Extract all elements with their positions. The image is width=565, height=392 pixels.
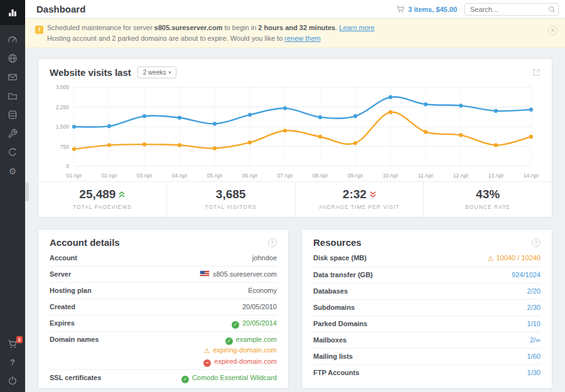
value-link[interactable]: Comodo Essential Wildcard <box>192 374 277 381</box>
database-icon <box>8 110 18 120</box>
sidebar-item-help[interactable]: ? <box>8 358 18 368</box>
bar-chart-icon <box>8 8 18 18</box>
table-row: Expires✓20/05/2014 <box>50 315 277 332</box>
range-selector[interactable]: 2 weeks ▾ <box>137 66 177 78</box>
resource-value[interactable]: 2/30 <box>527 304 541 311</box>
visits-card-header: Website visits last 2 weeks ▾ <box>38 59 552 81</box>
sidebar-item-settings[interactable]: ⚙ <box>8 166 18 176</box>
stat-value: 43% <box>424 188 552 201</box>
table-row: Data transfer (GB)924/1024 <box>313 267 541 283</box>
value-text: s805.sureserver.com <box>213 270 277 278</box>
warning-icon: ! <box>35 26 43 34</box>
sidebar-item-tools[interactable] <box>8 129 18 139</box>
sidebar-item-websites[interactable] <box>8 53 18 63</box>
app-logo[interactable] <box>0 0 25 25</box>
resource-value[interactable]: 924/1024 <box>512 271 541 278</box>
svg-text:1,500: 1,500 <box>56 124 70 130</box>
value-link[interactable]: example.com <box>236 336 277 343</box>
sidebar-item-dashboard[interactable] <box>8 34 18 45</box>
stat-label: TOTAL VISITORS <box>167 204 295 210</box>
stat-label: AVERAGE TIME PER VISIT <box>296 204 424 210</box>
row-label: Hosting plan <box>50 285 92 296</box>
row-label: FTP Accounts <box>313 368 359 378</box>
stat-label: BOUNCE RATE <box>424 204 552 210</box>
value-line: 2/∞ <box>530 335 541 346</box>
table-row: Disk space (MB)⚠10040 / 10240 <box>313 250 541 267</box>
value-line: ⚠expiring-domain.com <box>203 345 277 356</box>
search-icon[interactable] <box>548 6 556 13</box>
svg-text:13 Apr: 13 Apr <box>488 172 504 179</box>
content-area: Website visits last 2 weeks ▾ 07501,5002… <box>25 48 565 392</box>
resource-value[interactable]: 10040 / 10240 <box>497 254 541 262</box>
sidebar-item-mail[interactable] <box>8 72 18 82</box>
stat-value: 3,685 <box>167 188 295 201</box>
cart-summary-link[interactable]: 3 items, $45.00 <box>396 5 457 14</box>
resources-card: Resources ? Disk space (MB)⚠10040 / 1024… <box>301 229 552 389</box>
notice-text: to begin in <box>222 24 258 31</box>
expiry-notice: Hosting account and 2 parked domains are… <box>35 34 542 43</box>
svg-text:3,000: 3,000 <box>56 84 70 90</box>
table-row: Parked Domains1/10 <box>313 316 541 332</box>
time-remaining: 2 hours and 32 minutes <box>258 24 335 31</box>
table-row: Mailboxes2/∞ <box>313 332 541 349</box>
check-icon: ✓ <box>232 321 239 329</box>
value-line: 20/05/2010 <box>242 302 277 312</box>
value-line: johndoe <box>252 253 277 263</box>
svg-text:0: 0 <box>66 163 69 169</box>
value-text: johndoe <box>252 254 277 262</box>
resource-value[interactable]: 2/20 <box>527 287 541 295</box>
visits-stats-row: 25,489TOTAL PAGEVIEWS3,685TOTAL VISITORS… <box>38 181 552 217</box>
power-icon <box>8 376 18 386</box>
table-row: Subdomains2/30 <box>313 300 541 316</box>
row-label: Created <box>50 302 75 312</box>
table-row: Hosting planEconomy <box>50 283 277 299</box>
stat-number: 3,685 <box>216 188 246 201</box>
row-label: Databases <box>313 286 348 297</box>
sidebar-item-files[interactable] <box>8 91 18 101</box>
value-line: –expired-domain.com <box>203 356 277 367</box>
warning-triangle-icon: ⚠ <box>488 253 494 264</box>
trend-up-icon <box>119 188 125 201</box>
svg-text:03 Apr: 03 Apr <box>137 172 153 179</box>
value-text: Economy <box>248 287 277 294</box>
row-value-group: 1/10 <box>527 319 541 329</box>
notification-messages: !Scheduled maintenance for server s805.s… <box>35 23 542 43</box>
value-link[interactable]: expiring-domain.com <box>213 346 277 354</box>
value-link[interactable]: expired-domain.com <box>214 358 277 365</box>
value-line: 2/20 <box>527 286 541 297</box>
value-line: 1/30 <box>527 368 541 378</box>
row-value-group: Economy <box>248 285 277 296</box>
row-label: Parked Domains <box>313 319 367 329</box>
row-value-group: 20/05/2010 <box>242 302 277 312</box>
stat-label: TOTAL PAGEVIEWS <box>38 204 166 210</box>
sidebar-bottom-nav: 2? <box>8 339 18 392</box>
learn-more-link[interactable]: Learn more <box>339 24 374 31</box>
resource-value[interactable]: 1/10 <box>527 320 541 327</box>
cart-icon <box>396 5 405 14</box>
expand-icon[interactable] <box>532 68 541 77</box>
help-icon[interactable]: ? <box>532 238 541 247</box>
top-bar: Dashboard 3 items, $45.00 <box>25 0 565 19</box>
sidebar-collapse-handle[interactable] <box>25 183 29 201</box>
svg-text:07 Apr: 07 Apr <box>277 172 293 179</box>
resource-value[interactable]: 1/60 <box>527 352 541 360</box>
stat-bounce-rate: 43%BOUNCE RATE <box>423 182 552 217</box>
gauge-icon <box>8 34 18 45</box>
resource-value[interactable]: 1/30 <box>527 369 541 376</box>
row-label: Domain names <box>50 334 99 345</box>
resource-value[interactable]: 2/∞ <box>530 336 541 344</box>
row-label: Server <box>50 269 71 280</box>
renew-link[interactable]: renew them <box>284 34 320 42</box>
folder-icon <box>8 91 18 101</box>
sidebar-item-backups[interactable] <box>8 147 18 157</box>
sidebar-item-databases[interactable] <box>8 110 18 120</box>
search-input[interactable] <box>465 3 559 16</box>
server-name: s805.sureserver.com <box>154 24 223 31</box>
sidebar-item-cart[interactable]: 2 <box>8 339 18 349</box>
close-icon[interactable]: × <box>548 26 557 35</box>
table-row: Created20/05/2010 <box>50 299 277 315</box>
maintenance-notice: !Scheduled maintenance for server s805.s… <box>35 23 542 34</box>
value-line: 1/60 <box>527 351 541 362</box>
sidebar-item-logout[interactable] <box>8 376 18 386</box>
help-icon[interactable]: ? <box>268 238 277 247</box>
